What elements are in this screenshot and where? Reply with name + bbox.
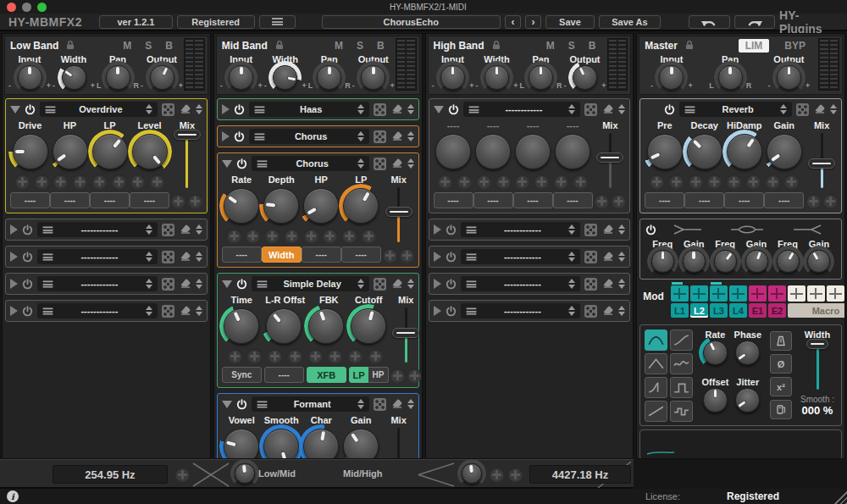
level-knob[interactable] [131,133,169,170]
mod-assign-plus-icon[interactable] [438,174,452,189]
mod-assign-plus-icon[interactable] [342,229,357,243]
move-slot-icon[interactable] [196,306,202,316]
lfo4-drag-handle-icon[interactable] [729,285,747,302]
low-mid-freq-display[interactable]: 254.95 Hz [53,465,168,484]
bypass-button[interactable]: B [165,40,173,52]
fx-selector[interactable]: Overdrive [40,102,158,117]
mod-assign-plus-icon[interactable] [53,174,68,189]
empty-knob[interactable] [554,133,591,170]
solo-button[interactable]: S [568,40,575,52]
move-slot-icon[interactable] [407,104,414,114]
low-output-knob[interactable] [149,64,175,91]
param-option-button[interactable]: ---- [473,192,513,208]
power-icon[interactable] [22,252,33,263]
param-option-button[interactable]: ---- [222,246,262,263]
mid-output-knob[interactable] [360,64,386,91]
expand-icon[interactable] [434,224,441,235]
mod-assign-plus-icon[interactable] [285,229,299,243]
clear-icon[interactable] [179,222,191,237]
collapse-icon[interactable] [10,106,20,114]
expand-icon[interactable] [10,306,18,316]
mid-pan-knob[interactable] [316,64,342,91]
clear-icon[interactable] [179,249,191,264]
low-input-knob[interactable] [17,64,43,91]
bypass-button[interactable]: BYP [784,40,805,52]
save-button[interactable]: Save [545,15,595,29]
mod-assign-plus-icon[interactable] [477,174,491,189]
clear-icon[interactable] [813,102,826,117]
power-icon[interactable] [446,279,457,290]
mix-slider[interactable] [595,130,624,191]
fx-selector[interactable]: Chorus [252,156,369,171]
mod-assign-plus-icon[interactable] [288,349,302,363]
mod-assign-plus-icon[interactable] [228,349,242,363]
mid-high-crossover-knob[interactable] [461,462,483,485]
move-slot-icon[interactable] [618,306,625,316]
mix-slider[interactable] [385,425,413,459]
tab-l3[interactable]: L3 [710,303,728,318]
randomize-icon[interactable] [584,103,597,116]
lfo-rate-knob[interactable] [702,340,728,366]
clear-icon[interactable] [390,129,403,144]
power-icon[interactable] [236,158,247,169]
mod-assign-plus-icon[interactable] [508,468,523,482]
expand-icon[interactable] [434,306,441,316]
solo-button[interactable]: S [357,40,363,52]
cutoff-knob[interactable] [350,307,387,345]
minimize-window-button[interactable] [22,3,31,12]
mod-assign-plus-icon[interactable] [150,174,164,189]
clear-icon[interactable] [390,102,403,117]
power-icon[interactable] [234,104,245,115]
power-icon[interactable] [664,104,675,115]
fx-selector[interactable]: ------------ [461,222,581,237]
hidamp-knob[interactable] [726,133,763,170]
low-pan-knob[interactable] [105,64,131,91]
mod-assign-plus-icon[interactable] [784,174,799,189]
phase-invert-icon[interactable]: Ø [770,354,792,374]
wave-square-button[interactable] [670,377,693,398]
mute-button[interactable]: M [123,40,131,52]
move-slot-icon[interactable] [618,104,625,114]
eq2-freq-knob[interactable] [713,249,738,274]
mix-slider[interactable] [385,185,413,245]
param-option-button[interactable]: ---- [130,192,169,208]
mod-assign-plus-icon[interactable] [227,229,241,243]
solo-button[interactable]: S [145,40,152,52]
lr-offset-knob[interactable] [265,307,302,345]
master-input-knob[interactable] [658,64,684,91]
mod-assign-plus-icon[interactable] [383,248,397,263]
rate-knob[interactable] [223,187,260,224]
eq2-gain-knob[interactable] [745,249,769,274]
mod-assign-plus-icon[interactable] [554,174,568,189]
randomize-icon[interactable] [796,103,809,116]
power-icon[interactable] [446,306,457,317]
mod-assign-plus-icon[interactable] [368,349,383,363]
mod-assign-plus-icon[interactable] [328,349,342,363]
mod-assign-plus-icon[interactable] [689,174,703,189]
bypass-button[interactable]: B [377,40,385,52]
wave-triangle-button[interactable] [645,353,667,374]
wave-ramp-button[interactable] [645,401,667,422]
width-mode-button[interactable]: Width [262,246,302,263]
power-icon[interactable] [22,224,33,235]
mod-assign-plus-icon[interactable] [595,194,609,208]
power-icon[interactable] [446,224,457,235]
power-icon[interactable] [448,104,459,115]
wave-exp-button[interactable] [645,377,667,398]
preset-selector[interactable]: ChorusEcho [322,15,501,29]
vowel-knob[interactable] [223,428,260,459]
randomize-icon[interactable] [374,278,386,291]
mod-assign-plus-icon[interactable] [707,174,722,189]
master-pan-knob[interactable] [717,64,744,91]
mod-assign-plus-icon[interactable] [400,248,414,263]
param-option-button[interactable]: ---- [90,192,130,208]
fx-selector[interactable]: Haas [249,102,369,117]
low-mid-crossover-knob[interactable] [234,462,256,485]
mix-slider[interactable] [173,130,202,191]
randomize-icon[interactable] [584,251,597,263]
mod-assign-plus-icon[interactable] [496,174,511,189]
mod-assign-plus-icon[interactable] [362,229,376,243]
power-icon[interactable] [446,252,457,263]
menu-button[interactable] [259,15,296,29]
param-option-button[interactable]: ---- [513,192,553,208]
